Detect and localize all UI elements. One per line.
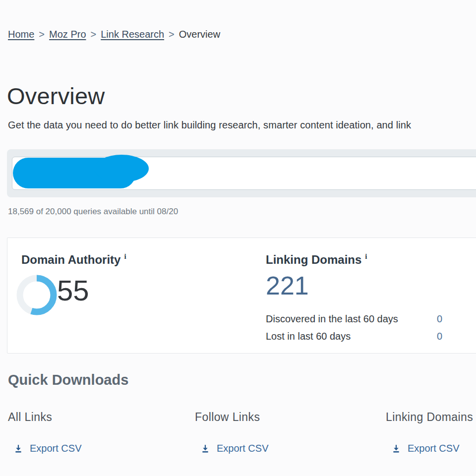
quick-download-linking-domains: Linking Domains Export CSV [386,411,473,454]
page-title: Overview [7,82,105,110]
breadcrumb-current-overview: Overview [179,29,220,40]
breadcrumb-moz-pro-link[interactable]: Moz Pro [49,29,86,40]
quick-download-all-links: All Links Export CSV [8,411,81,454]
quick-download-follow-links: Follow Links Export CSV [195,411,268,454]
info-icon[interactable]: i [365,252,367,260]
lost-label: Lost in last 60 days [266,331,351,342]
breadcrumb-link-research-link[interactable]: Link Research [101,29,164,40]
linking-domains-heading: Linking Domainsi [266,252,367,267]
discovered-label: Discovered in the last 60 days [266,313,398,325]
lost-row: Lost in last 60 days 0 [266,331,442,342]
breadcrumb: Home>Moz Pro>Link Research>Overview [8,29,220,40]
all-links-label: All Links [8,411,81,424]
linking-domains-column-label: Linking Domains [386,411,473,424]
stats-card: Domain Authorityi 55 Linking Domainsi 22… [7,238,476,354]
breadcrumb-home-link[interactable]: Home [8,29,34,40]
download-icon [14,444,23,453]
all-links-export-csv-link[interactable]: Export CSV [14,443,81,454]
export-csv-label: Export CSV [217,443,268,454]
linking-domains-label: Linking Domains [266,253,361,266]
linking-domains-value: 221 [266,271,309,300]
domain-authority-heading: Domain Authorityi [21,252,126,267]
breadcrumb-separator: > [169,29,175,40]
domain-authority-value: 55 [57,274,89,307]
discovered-value: 0 [437,313,442,325]
page-subtitle: Get the data you need to do better link … [8,119,476,131]
follow-links-export-csv-link[interactable]: Export CSV [201,443,268,454]
redaction-scribble [94,155,149,182]
linking-domains-export-csv-link[interactable]: Export CSV [392,443,473,454]
export-csv-label: Export CSV [408,443,459,454]
domain-authority-label: Domain Authority [21,253,120,266]
follow-links-label: Follow Links [195,411,268,424]
moz-pro-overview-page: Home>Moz Pro>Link Research>Overview Over… [0,0,476,476]
discovered-row: Discovered in the last 60 days 0 [266,313,442,325]
download-icon [392,444,401,453]
info-icon[interactable]: i [124,252,126,260]
domain-authority-donut-chart [16,275,57,315]
breadcrumb-separator: > [39,29,45,40]
download-icon [201,444,210,453]
export-csv-label: Export CSV [30,443,81,454]
lost-value: 0 [437,331,442,342]
breadcrumb-separator: > [91,29,97,40]
queries-available-note: 18,569 of 20,000 queries available until… [8,207,178,217]
quick-downloads-title: Quick Downloads [8,372,128,388]
